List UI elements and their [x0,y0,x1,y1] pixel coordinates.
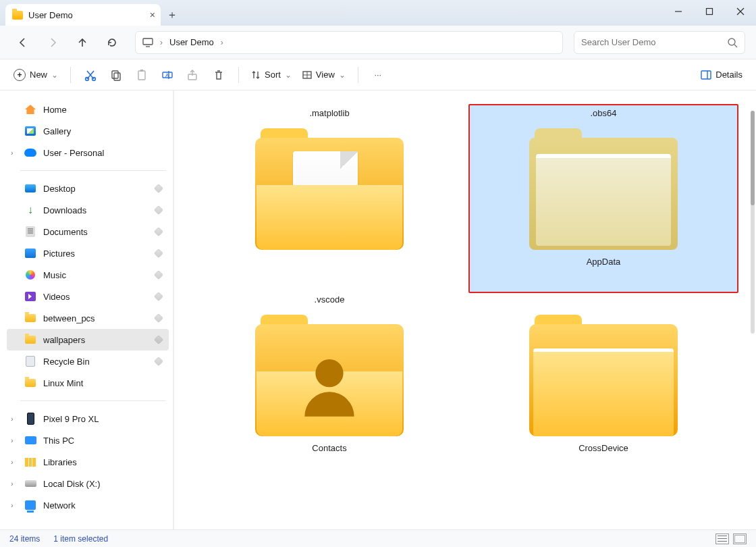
refresh-button[interactable] [100,30,124,55]
sidebar[interactable]: Home Gallery ›User - Personal Desktop ↓D… [0,90,174,529]
content-area[interactable]: .matplotlib { } .obs64 AppData .vscode [174,90,756,529]
chevron-right-icon[interactable]: › [11,149,14,157]
folder-item-vscode[interactable]: .vscode Contacts [194,290,464,493]
sidebar-label: Pictures [43,249,75,259]
svg-rect-11 [114,73,120,80]
pictures-icon [25,249,36,258]
search-input[interactable] [581,37,716,47]
new-tab-button[interactable]: ＋ [161,4,184,26]
sidebar-local-disk[interactable]: ›Local Disk (X:) [7,473,169,494]
chevron-right-icon[interactable]: › [11,436,14,444]
folder-icon [529,128,678,250]
tab-current[interactable]: User Demo × [5,4,161,26]
back-button[interactable] [11,30,35,55]
titlebar: User Demo × ＋ [0,0,756,26]
folder-icon [529,315,678,436]
desktop-icon [25,184,36,192]
search-icon [727,37,738,48]
divider [238,67,239,83]
address-bar[interactable]: › User Demo › [135,31,563,54]
status-selection: 1 item selected [53,534,108,544]
folder-item-matplotlib[interactable]: .matplotlib { } [194,104,464,293]
sidebar-documents[interactable]: Documents [7,221,169,242]
sidebar-onedrive[interactable]: ›User - Personal [7,142,169,163]
sidebar-gallery[interactable]: Gallery [7,120,169,142]
minimize-button[interactable] [663,0,694,23]
paste-button[interactable] [130,64,153,86]
sidebar-desktop[interactable]: Desktop [7,178,169,199]
navbar: › User Demo › [0,26,756,59]
folder-item-crossdevice[interactable]: CrossDevice [468,290,738,493]
cut-button[interactable] [79,64,102,86]
chevron-right-icon[interactable]: › [11,458,14,466]
delete-button[interactable] [207,64,230,86]
sidebar-libraries[interactable]: ›Libraries [7,451,169,473]
chevron-right-icon[interactable]: › [11,479,14,488]
more-button[interactable]: ··· [367,64,389,86]
home-icon [25,105,36,114]
sidebar-downloads[interactable]: ↓Downloads [7,199,169,221]
share-button[interactable] [182,64,205,86]
folder-icon [25,314,36,322]
monitor-icon [142,38,153,47]
sidebar-music[interactable]: Music [7,264,169,286]
scrollbar-thumb[interactable] [751,111,755,205]
sidebar-label: Music [43,270,66,280]
breadcrumb-segment[interactable]: User Demo [169,37,214,47]
details-button[interactable]: Details [697,64,747,86]
sidebar-this-pc[interactable]: ›This PC [7,429,169,451]
main: Home Gallery ›User - Personal Desktop ↓D… [0,90,756,529]
search-box[interactable] [574,31,745,54]
sidebar-label: Downloads [43,205,86,215]
svg-rect-21 [701,71,711,79]
chevron-right-icon[interactable]: › [221,38,223,47]
maximize-button[interactable] [694,0,725,23]
sidebar-pixel[interactable]: ›Pixel 9 Pro XL [7,408,169,429]
chevron-right-icon[interactable]: › [11,415,14,423]
sidebar-pictures[interactable]: Pictures [7,242,169,264]
sidebar-home[interactable]: Home [7,99,169,120]
svg-line-7 [734,45,737,47]
sidebar-wallpapers[interactable]: wallpapers [7,329,169,350]
forward-button[interactable] [40,30,65,55]
sidebar-label: Home [43,105,67,115]
copy-button[interactable] [105,64,128,86]
divider [20,400,166,401]
svg-rect-1 [707,9,713,15]
close-tab-icon[interactable]: × [150,9,155,20]
sidebar-between-pcs[interactable]: between_pcs [7,307,169,329]
videos-icon [25,292,36,301]
view-button[interactable]: View ⌄ [298,64,350,86]
sort-button[interactable]: Sort ⌄ [247,64,296,86]
item-label: AppData [587,257,621,270]
folder-icon: { } [255,128,404,250]
item-label: Contacts [312,443,346,457]
sidebar-label: Linux Mint [43,378,83,388]
sidebar-label: wallpapers [43,335,85,345]
rename-button[interactable]: A [156,64,179,86]
view-grid-button[interactable] [733,533,747,544]
details-label: Details [716,70,742,80]
up-button[interactable] [70,30,94,55]
close-window-button[interactable] [725,0,756,23]
sidebar-label: Videos [43,292,70,302]
sidebar-label: Desktop [43,184,76,194]
view-label: View [316,70,335,80]
svg-rect-12 [138,71,145,80]
sidebar-label: Gallery [43,126,71,136]
sidebar-linux-mint[interactable]: Linux Mint [7,372,169,394]
new-button[interactable]: + New ⌄ [9,64,62,86]
documents-icon [26,226,35,237]
divider [358,67,358,83]
window-controls [663,0,756,23]
folder-item-appdata[interactable]: .obs64 AppData [468,104,738,293]
folder-icon [25,379,36,387]
sidebar-recycle-bin[interactable]: Recycle Bin [7,350,169,372]
chevron-right-icon[interactable]: › [11,501,14,509]
view-list-button[interactable] [716,533,729,544]
music-icon [26,270,35,280]
sidebar-network[interactable]: ›Network [7,494,169,516]
chevron-right-icon[interactable]: › [160,38,163,47]
sidebar-videos[interactable]: Videos [7,286,169,307]
downloads-icon: ↓ [24,204,36,216]
